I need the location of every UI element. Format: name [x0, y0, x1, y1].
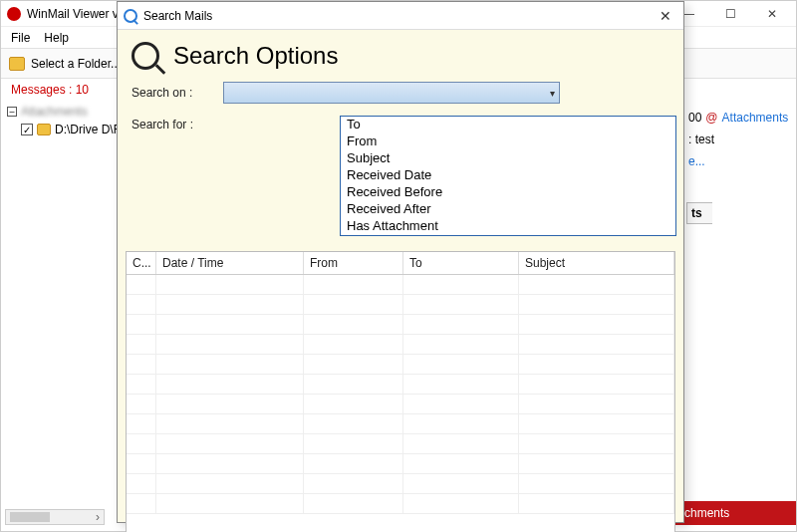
- search-on-dropdown: To From Subject Received Date Received B…: [340, 116, 676, 236]
- attachments-bar[interactable]: tachments: [668, 501, 796, 525]
- search-on-combobox[interactable]: ▾: [223, 82, 560, 104]
- timestamp-fragment: 00: [688, 111, 701, 125]
- option-received-after[interactable]: Received After: [341, 201, 675, 218]
- search-icon: [124, 9, 137, 23]
- results-grid: C... Date / Time From To Subject: [126, 251, 675, 532]
- col-subject[interactable]: Subject: [519, 252, 674, 274]
- grid-row: [127, 494, 674, 514]
- maximize-button[interactable]: ☐: [710, 3, 750, 25]
- col-c[interactable]: C...: [127, 252, 156, 274]
- menu-help[interactable]: Help: [44, 31, 69, 45]
- col-from[interactable]: From: [304, 252, 403, 274]
- option-received-date[interactable]: Received Date: [341, 167, 675, 184]
- grid-row: [127, 315, 674, 335]
- search-mails-dialog: Search Mails ✕ Search Options Search on …: [117, 1, 684, 523]
- tab-fragment[interactable]: ts: [686, 202, 712, 224]
- option-has-attachment[interactable]: Has Attachment: [341, 218, 675, 235]
- option-to[interactable]: To: [341, 117, 675, 133]
- app-title: WinMail Viewer v3.: [27, 7, 129, 21]
- option-subject[interactable]: Subject: [341, 150, 675, 167]
- app-icon: [7, 7, 21, 21]
- grid-row: [127, 454, 674, 474]
- menu-file[interactable]: File: [11, 31, 30, 45]
- grid-row: [127, 355, 674, 375]
- option-received-before[interactable]: Received Before: [341, 184, 675, 201]
- option-from[interactable]: From: [341, 133, 675, 150]
- col-to[interactable]: To: [403, 252, 519, 274]
- main-window-controls: — ☐ ✕: [668, 3, 792, 25]
- scroll-right-icon[interactable]: ›: [92, 510, 104, 524]
- dialog-titlebar: Search Mails ✕: [118, 2, 683, 30]
- col-date[interactable]: Date / Time: [156, 252, 304, 274]
- grid-row: [127, 414, 674, 434]
- preview-fragment: 00 @ Attachments : test e...: [688, 111, 796, 176]
- chevron-down-icon: ▾: [550, 88, 555, 99]
- search-for-label: Search for :: [132, 118, 213, 132]
- grid-row: [127, 434, 674, 454]
- more-link[interactable]: e...: [688, 154, 705, 168]
- expand-toggle[interactable]: –: [7, 107, 17, 117]
- folder-icon: [9, 57, 25, 71]
- subject-fragment: : test: [688, 133, 714, 146]
- horizontal-scrollbar[interactable]: ›: [5, 509, 105, 525]
- dialog-title: Search Mails: [143, 9, 212, 23]
- tree-item-label: D:\Drive D\F: [55, 123, 121, 136]
- search-on-label: Search on :: [132, 86, 213, 100]
- folder-icon: [37, 124, 51, 135]
- magnifier-icon: [132, 42, 159, 70]
- grid-row: [127, 295, 674, 315]
- select-folder-button[interactable]: Select a Folder...: [31, 57, 121, 71]
- grid-row: [127, 395, 674, 414]
- at-symbol: @: [705, 111, 717, 125]
- checkbox-icon[interactable]: ✓: [21, 124, 33, 135]
- grid-row: [127, 275, 674, 295]
- dialog-heading: Search Options: [173, 42, 338, 70]
- grid-row: [127, 375, 674, 395]
- grid-row: [127, 335, 674, 355]
- grid-header: C... Date / Time From To Subject: [127, 252, 674, 275]
- close-button[interactable]: ✕: [752, 3, 792, 25]
- tree-item-label: Attachments: [21, 105, 88, 119]
- attachments-link[interactable]: Attachments: [722, 111, 789, 125]
- scrollbar-thumb[interactable]: [10, 512, 50, 522]
- dialog-header: Search Options: [118, 30, 683, 76]
- dialog-close-button[interactable]: ✕: [654, 8, 677, 24]
- grid-row: [127, 474, 674, 494]
